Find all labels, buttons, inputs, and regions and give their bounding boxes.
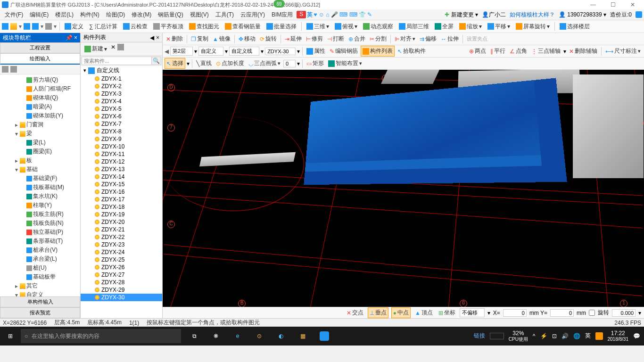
merge-button[interactable]: ⊕合并 [347,34,367,44]
pan-button[interactable]: 平移 ▾ [486,22,512,32]
panel-close-icon[interactable]: × [156,34,159,41]
tree-item[interactable]: ▸板 [1,156,79,165]
subcat-select[interactable]: 自定义线 [229,47,259,56]
list-item[interactable]: ZDYX-21 [81,226,162,233]
tray-wifi-icon[interactable]: ⊡ [552,333,557,339]
viewport-3d[interactable]: D 7 C B B 0 1 z x [163,70,644,307]
two-point-button[interactable]: ⊕两点 [468,46,487,56]
attr-button[interactable]: 属性 [305,46,327,56]
rotate-button[interactable]: ⟳旋转 [258,34,278,44]
new-change-button[interactable]: ✚ 新建变更 ▾ [445,11,478,19]
sum-button[interactable]: ∑ 汇总计算 [87,22,119,32]
edit-rebar-button[interactable]: ✎编辑钢筋 [328,46,359,56]
link-label[interactable]: 链接 [474,332,485,340]
search-button[interactable]: 🔍 [152,57,161,65]
list-item[interactable]: ZDYX-28 [81,279,162,286]
tree-item[interactable]: 独立基础(P) [1,228,79,237]
tool-icon-1[interactable] [2,66,8,73]
view-rebar-button[interactable]: 查看钢筋量 [223,22,263,32]
list-item[interactable]: ZDYX-2 [81,82,162,90]
module-tree[interactable]: 剪力墙(Q)人防门框墙(RF砌体墙(Q)暗梁(A)砌体加筋(Y)▸门窗洞▾梁梁(… [0,74,80,296]
point-angle-button[interactable]: ∠点角 [508,46,528,56]
copy-button[interactable]: ❐复制 [190,34,210,44]
list-item[interactable]: ZDYX-5 [81,105,162,113]
dynamic-button[interactable]: 动态观察 [361,22,395,32]
y-input[interactable] [550,309,574,317]
trim-button[interactable]: ⊢修剪 [305,34,324,44]
tree-item[interactable]: 条形基础(T) [1,237,79,246]
select-tool[interactable]: ↖选择 [165,58,185,69]
list-item[interactable]: ZDYX-23 [81,241,162,248]
list-item[interactable]: ZDYX-6 [81,113,162,120]
tree-item[interactable]: ▸其它 [1,281,79,290]
menu-bim[interactable]: BIM应用 [269,10,296,20]
credit-icon[interactable] [636,11,642,18]
del-aux-button[interactable]: ✕删除辅轴 [568,46,599,56]
list-item[interactable]: ZDYX-15 [81,181,162,188]
menu-edit[interactable]: 编辑(E) [27,10,51,20]
list-item[interactable]: ZDYX-20 [81,218,162,226]
delete-button[interactable]: ✕删除 [165,34,184,44]
point-length-tool[interactable]: ⊙点加长度 [215,58,246,68]
snap-dd[interactable]: ▲顶点 [413,308,434,318]
tree-item[interactable]: 筏板基础(M) [1,183,79,192]
break-button[interactable]: ⊣打断 [326,34,346,44]
floor-select[interactable]: 第2层 [170,47,193,56]
list-item[interactable]: ZDYX-9 [81,135,162,143]
find-button[interactable]: 查找图元 [187,22,221,32]
smart-tool[interactable]: 智能布置 ▾ [327,58,363,68]
tree-item[interactable]: 承台梁(L) [1,255,79,263]
tray-ime-icon[interactable]: 英 [585,332,591,340]
define-button[interactable]: 定义 [63,22,85,32]
zoom-button[interactable]: 缩放 ▾ [457,22,484,32]
tree-item[interactable]: 基础板带 [1,272,79,281]
offset-button[interactable]: ⇉偏移 [418,34,438,44]
flat-button[interactable]: 平齐板顶 [151,22,185,32]
three-aux-button[interactable]: ⋮三点辅轴 [530,46,562,56]
list-item[interactable]: ZDYX-27 [81,271,162,279]
mirror-button[interactable]: ▲镜像 [211,34,232,44]
component-list[interactable]: ▾ 自定义线 ZDYX-1ZDYX-2ZDYX-3ZDYX-4ZDYX-5ZDY… [81,66,162,318]
tree-item[interactable]: ▾自定义 [1,290,79,296]
list-item[interactable]: ZDYX-1 [81,75,162,82]
batch-select-button[interactable]: 批量选择 [264,22,298,32]
notification-icon[interactable]: 💬 [633,333,640,339]
save-icon[interactable] [24,23,30,30]
comp-list-button[interactable]: 构件列表 [361,46,395,57]
list-item[interactable]: ZDYX-3 [81,90,162,98]
tree-item[interactable]: 筏板主筋(R) [1,210,79,219]
extend-button[interactable]: ⇥延伸 [283,34,303,44]
tree-item[interactable]: 剪力墙(Q) [1,75,79,84]
user-menu[interactable]: 👤广小二 [482,11,506,19]
tab-report-preview[interactable]: 报表预览 [0,307,80,318]
list-item[interactable]: ZDYX-17 [81,196,162,203]
app-icon-5[interactable] [314,327,335,346]
list-item[interactable]: ZDYX-14 [81,173,162,181]
tray-sogou-icon[interactable] [595,332,603,340]
rotate-checkbox[interactable] [589,310,595,316]
app-icon-4[interactable]: ▦ [292,327,313,346]
list-item[interactable]: ZDYX-18 [81,203,162,211]
move-button[interactable]: ✥移动 [237,34,257,44]
list-root[interactable]: ▾ 自定义线 [81,66,162,75]
maximize-button[interactable]: ☐ [603,0,622,9]
copy-component-icon[interactable] [117,44,124,50]
list-item[interactable]: ZDYX-16 [81,188,162,196]
panel-left-icon[interactable]: ◀ [150,34,154,41]
menu-floor[interactable]: 楼层(L) [52,10,76,20]
list-item[interactable]: ZDYX-8 [81,128,162,135]
menu-cloud[interactable]: 云应用(Y) [238,10,268,20]
tray-net-icon[interactable]: ⚡ [540,333,547,339]
tree-item[interactable]: 砌体墙(Q) [1,93,79,102]
snap-cd[interactable]: ⊥垂点 [368,307,388,318]
new-icon[interactable] [2,23,8,30]
tree-item[interactable]: 人防门框墙(RF [1,84,79,93]
tree-item[interactable]: ▸门窗洞 [1,120,79,129]
cloud-check-button[interactable]: 云检查 [121,22,149,32]
tool-icon-2[interactable] [10,66,17,73]
tray-sound-icon[interactable]: 🔊 [561,333,569,339]
menu-view[interactable]: 视图(V) [187,10,212,20]
stretch-button[interactable]: ↔拉伸 [439,34,460,44]
rect-tool[interactable]: ▭矩形 [305,58,325,68]
parallel-button[interactable]: ∥平行 [489,46,507,56]
